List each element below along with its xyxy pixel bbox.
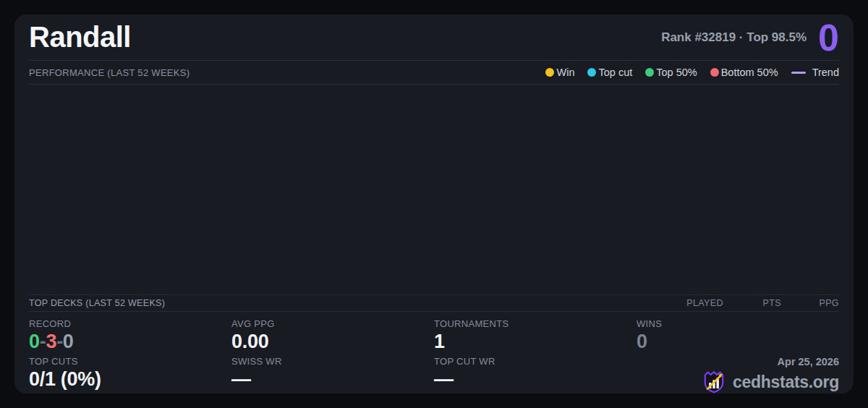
performance-chart-area [29, 85, 839, 294]
column-header-ppg: PPG [781, 298, 839, 308]
column-header-played: PLAYED [665, 298, 723, 308]
card-header: Randall Rank #32819 · Top 98.5% 0 [29, 14, 839, 61]
bottom-50-dot-icon [710, 68, 719, 77]
stat-avg-ppg: AVG PPG 0.00 [231, 318, 434, 356]
player-name: Randall [29, 21, 131, 54]
win-dot-icon [545, 68, 554, 77]
record-wins: 0 [29, 331, 40, 352]
column-header-pts: PTS [723, 298, 781, 308]
record-losses: 3 [46, 331, 56, 352]
stat-top-cuts: TOP CUTS 0/1 (0%) [29, 356, 231, 394]
trend-line-icon [791, 72, 806, 74]
performance-header-row: PERFORMANCE (LAST 52 WEEKS) Win Top cut … [29, 61, 839, 85]
cedhstats-logo-icon [702, 370, 726, 394]
stat-tournaments: TOURNAMENTS 1 [434, 318, 637, 356]
top-decks-column-headers: PLAYED PTS PPG [665, 298, 839, 308]
legend-item-win[interactable]: Win [545, 67, 574, 78]
player-stats-card: Randall Rank #32819 · Top 98.5% 0 PERFOR… [14, 14, 854, 394]
stat-wins: WINS 0 [637, 318, 839, 356]
site-name: cedhstats.org [733, 373, 839, 392]
legend-item-trend[interactable]: Trend [791, 67, 839, 78]
performance-section-label: PERFORMANCE (LAST 52 WEEKS) [29, 67, 190, 78]
stat-swiss-wr: SWISS WR — [231, 356, 434, 394]
report-date: Apr 25, 2026 [778, 356, 839, 367]
top-decks-section-label: TOP DECKS (LAST 52 WEEKS) [29, 298, 165, 308]
score-value: 0 [818, 19, 839, 56]
stat-top-cut-wr: TOP CUT WR — [434, 356, 637, 394]
card-footer: Apr 25, 2026 cedhstats.org [637, 356, 839, 394]
record-draws: 0 [63, 331, 74, 352]
record-value: 0-3-0 [29, 331, 231, 352]
chart-legend: Win Top cut Top 50% Bottom 50% Trend [545, 67, 839, 78]
top-50-dot-icon [645, 68, 654, 77]
stat-record: RECORD 0-3-0 [29, 318, 231, 356]
top-cut-dot-icon [587, 68, 596, 77]
legend-item-bottom-50[interactable]: Bottom 50% [710, 67, 778, 78]
rank-group: Rank #32819 · Top 98.5% 0 [661, 19, 839, 56]
legend-item-top-cut[interactable]: Top cut [587, 67, 632, 78]
top-decks-header-row: TOP DECKS (LAST 52 WEEKS) PLAYED PTS PPG [29, 294, 839, 312]
stats-grid: RECORD 0-3-0 AVG PPG 0.00 TOURNAMENTS 1 … [29, 312, 839, 394]
site-branding[interactable]: cedhstats.org [702, 370, 839, 394]
rank-text: Rank #32819 · Top 98.5% [661, 30, 807, 45]
legend-item-top-50[interactable]: Top 50% [645, 67, 697, 78]
